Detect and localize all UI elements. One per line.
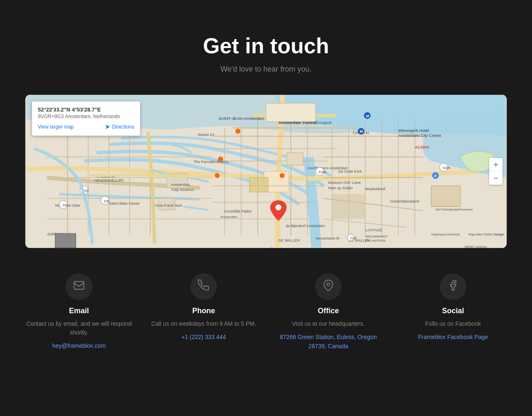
svg-rect-37 xyxy=(332,194,365,219)
phone-icon-wrapper xyxy=(190,273,217,300)
svg-text:Molen De Otter: Molen De Otter xyxy=(55,203,81,208)
svg-rect-105 xyxy=(55,233,76,248)
svg-text:Het Scheepvaartmuseum: Het Scheepvaartmuseum xyxy=(436,208,473,211)
office-icon-wrapper xyxy=(315,273,342,300)
svg-point-103 xyxy=(215,173,220,178)
svg-text:S100: S100 xyxy=(318,170,326,174)
svg-text:Terms: Terms xyxy=(493,233,502,236)
phone-description: Call us on weekdays from 9 AM to 5 PM. xyxy=(151,319,256,328)
svg-text:ALOHA: ALOHA xyxy=(415,145,429,149)
svg-text:Droogbok: Droogbok xyxy=(315,121,332,125)
office-location-icon xyxy=(323,280,334,294)
svg-text:Nieuwmarkt M: Nieuwmarkt M xyxy=(315,236,339,240)
contact-section: Email Contact us by email, and we will r… xyxy=(25,269,507,351)
office-link[interactable]: 87266 Green Station, Euless, Oregon 2673… xyxy=(274,332,382,351)
phone-title: Phone xyxy=(192,307,215,315)
email-icon-wrapper xyxy=(66,273,92,300)
svg-text:M: M xyxy=(366,114,369,118)
svg-text:Amsterdam Central: Amsterdam Central xyxy=(278,120,317,125)
social-description: Follo us on Facebook xyxy=(425,319,481,328)
svg-point-101 xyxy=(218,156,223,161)
facebook-icon xyxy=(447,280,459,294)
contact-card-phone: Phone Call us on weekdays from 9 AM to 5… xyxy=(150,273,258,351)
svg-rect-39 xyxy=(266,103,315,122)
svg-text:S115: S115 xyxy=(350,237,357,240)
svg-text:Koninklijk Paleis: Koninklijk Paleis xyxy=(225,209,252,213)
email-icon xyxy=(73,280,85,294)
email-link[interactable]: hey@frameblox.com xyxy=(52,341,106,350)
map-coords: 52°22'33.2"N 4°53'28.7"E xyxy=(38,106,134,113)
office-title: Office xyxy=(318,307,339,315)
social-icon-wrapper xyxy=(440,273,466,300)
svg-text:LASTAGE: LASTAGE xyxy=(365,228,382,232)
svg-text:SAINT-JEAN Amsterdam: SAINT-JEAN Amsterdam xyxy=(219,116,264,121)
map-container: Koninklijk Paleis Amsterdam de Bijenkorf… xyxy=(25,94,507,248)
email-title: Email xyxy=(69,307,89,315)
svg-text:M: M xyxy=(360,130,363,134)
svg-text:Heer op Solder: Heer op Solder xyxy=(328,186,353,190)
svg-point-107 xyxy=(327,283,330,286)
map-zoom-controls: + − xyxy=(489,158,502,185)
svg-text:NIEUWMARKT: NIEUWMARKT xyxy=(365,235,388,238)
svg-point-102 xyxy=(235,129,240,134)
svg-text:de Bijenkorf Amsterdam: de Bijenkorf Amsterdam xyxy=(286,224,325,228)
svg-rect-38 xyxy=(431,186,461,207)
svg-text:Museum Ons' Lieve: Museum Ons' Lieve xyxy=(328,181,361,185)
svg-text:105: 105 xyxy=(62,203,68,207)
email-description: Contact us by email, and we will respond… xyxy=(25,319,133,337)
contact-card-office: Office Visit us at our headquarters. 872… xyxy=(274,273,382,351)
map-popup: 52°22'33.2"N 4°53'28.7"E 9VGR+9G3 Amster… xyxy=(32,102,140,136)
phone-icon xyxy=(198,280,209,294)
svg-text:Amsterdam: Amsterdam xyxy=(171,183,190,187)
svg-text:105: 105 xyxy=(103,199,109,203)
svg-text:Keyboard shortcuts: Keyboard shortcuts xyxy=(431,233,460,236)
svg-rect-40 xyxy=(287,153,303,165)
directions-label: Directions xyxy=(112,124,134,130)
phone-link[interactable]: +1 (222) 333 444 xyxy=(181,332,226,342)
office-description: Visit us at our headquarters. xyxy=(292,319,365,328)
svg-text:The Pancake Bakery: The Pancake Bakery xyxy=(194,160,228,164)
svg-point-104 xyxy=(280,173,285,178)
directions-button[interactable]: ➤ Directions xyxy=(105,123,134,131)
svg-point-93 xyxy=(276,205,281,210)
svg-text:Google: Google xyxy=(270,246,285,248)
svg-text:Oosterdokseiland: Oosterdokseiland xyxy=(390,199,419,203)
svg-text:NEMO Science: NEMO Science xyxy=(464,245,487,248)
svg-text:DE WALLEN: DE WALLEN xyxy=(278,238,300,243)
svg-text:Anne Frank Huis: Anne Frank Huis xyxy=(154,203,182,208)
svg-text:P: P xyxy=(434,174,437,178)
svg-text:Waalseiland: Waalseiland xyxy=(365,187,385,191)
svg-text:Salvo Bake House: Salvo Bake House xyxy=(109,201,140,206)
page-subtitle: We'd love to hear from you. xyxy=(25,65,507,74)
svg-text:Tulip Museum: Tulip Museum xyxy=(171,188,194,192)
directions-icon: ➤ xyxy=(105,123,110,131)
page-title: Get in touch xyxy=(25,33,507,58)
social-link[interactable]: Frameblox Facebook Page xyxy=(418,332,488,342)
map-address: 9VGR+9G3 Amsterdam, Netherlands xyxy=(38,114,134,119)
svg-rect-14 xyxy=(249,178,268,192)
svg-text:HENDRIKBUURT: HENDRIKBUURT xyxy=(94,178,124,183)
svg-text:Mövenpick Hotel: Mövenpick Hotel xyxy=(398,129,429,133)
zoom-out-button[interactable]: − xyxy=(489,171,502,185)
view-larger-map-link[interactable]: View larger map xyxy=(38,124,74,130)
svg-text:Winkel 43: Winkel 43 xyxy=(198,133,214,137)
social-title: Social xyxy=(442,307,464,315)
svg-rect-106 xyxy=(74,282,84,290)
map-wrapper[interactable]: Koninklijk Paleis Amsterdam de Bijenkorf… xyxy=(25,95,507,248)
svg-text:Sexmuseum Amsterdam: Sexmuseum Amsterdam xyxy=(307,166,347,170)
svg-text:Amsterdam: Amsterdam xyxy=(221,215,238,219)
contact-card-email: Email Contact us by email, and we will r… xyxy=(25,273,133,351)
svg-text:Amsterdam City Centre: Amsterdam City Centre xyxy=(398,133,441,138)
contact-card-social: Social Follo us on Facebook Frameblox Fa… xyxy=(399,273,507,351)
zoom-in-button[interactable]: + xyxy=(489,158,502,171)
svg-text:EN LASTAGE: EN LASTAGE xyxy=(365,239,386,243)
svg-text:S100: S100 xyxy=(443,166,451,170)
